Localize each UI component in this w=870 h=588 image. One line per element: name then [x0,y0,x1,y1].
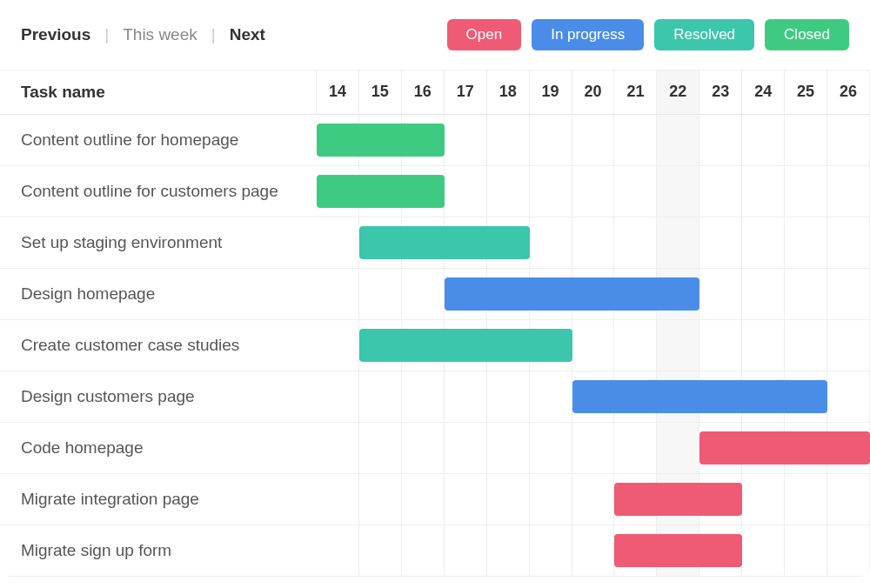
task-name-cell: Design customers page [0,371,317,423]
grid-cell [530,525,572,576]
grid-cell [785,166,827,217]
column-header-day: 22 [657,70,699,115]
task-name-cell: Design homepage [0,269,317,320]
grid-cell [785,217,827,268]
grid-cell [614,217,657,268]
gantt-bar[interactable] [359,226,530,259]
grid-cell [742,217,785,268]
grid-cell [317,217,359,268]
grid-cell [487,371,530,422]
column-header-day: 25 [785,70,827,115]
grid-cell [445,525,487,576]
grid-cell [742,269,785,319]
gantt-bar[interactable] [317,124,445,157]
grid-cell [445,166,487,217]
grid-cell [742,474,785,525]
grid-cell [827,166,870,217]
status-filter-resolved[interactable]: Resolved [654,19,754,50]
task-timeline [317,525,870,577]
grid-cell [657,423,699,473]
task-timeline [317,423,870,474]
grid-cell [317,525,359,576]
column-header-day: 17 [445,70,487,115]
grid-cell [572,474,615,525]
next-button[interactable]: Next [230,25,265,44]
status-filter-closed[interactable]: Closed [765,19,849,50]
grid-cell [487,423,530,473]
grid-cell [785,474,827,525]
nav-separator: | [211,25,216,44]
grid-cell [487,115,530,165]
grid-cell [699,217,742,268]
task-name-cell: Content outline for customers page [0,166,317,217]
gantt-bar[interactable] [614,534,742,567]
task-name-cell: Migrate sign up form [0,525,317,577]
task-timeline [317,166,870,217]
gantt-bar[interactable] [445,277,700,311]
gantt-bar[interactable] [317,175,445,208]
task-timeline [317,269,870,320]
grid-cell [742,166,785,217]
grid-cell [614,423,657,473]
gantt-grid: Task name 14151617181920212223242526 Con… [0,70,870,577]
gantt-bar[interactable] [572,380,828,413]
grid-cell [445,371,487,422]
task-name-cell: Content outline for homepage [0,115,317,166]
task-name-cell: Set up staging environment [0,217,317,269]
grid-cell [827,320,870,371]
column-header-day: 15 [359,70,402,115]
grid-cell [742,115,785,165]
grid-cell [530,474,572,525]
grid-cell [530,423,572,473]
grid-cell [657,320,699,371]
grid-cell [657,217,699,268]
column-header-day: 26 [827,70,870,115]
grid-cell [699,115,742,165]
status-filter-group: OpenIn progressResolvedClosed [447,19,849,50]
date-nav: Previous | This week | Next [21,25,265,44]
grid-cell [572,115,615,165]
grid-cell [785,269,827,319]
grid-cell [572,423,615,473]
task-name-cell: Migrate integration page [0,474,317,525]
grid-cell [827,115,870,165]
grid-cell [402,371,445,422]
grid-cell [487,166,530,217]
grid-cell [699,269,742,319]
grid-cell [657,166,699,217]
grid-cell [445,474,487,525]
column-header-day: 20 [572,70,615,115]
gantt-bar[interactable] [699,431,870,464]
grid-cell [530,166,572,217]
task-timeline [317,217,870,269]
nav-separator: | [104,25,109,44]
grid-cell [402,525,445,576]
column-header-day: 23 [699,70,742,115]
task-name-cell: Code homepage [0,423,317,474]
grid-cell [827,371,870,422]
column-header-day: 19 [530,70,572,115]
this-week-button[interactable]: This week [123,25,197,44]
task-timeline [317,115,870,166]
gantt-bar[interactable] [614,483,742,516]
grid-cell [317,269,359,319]
grid-cell [359,371,402,422]
grid-cell [657,115,699,165]
status-filter-in_progress[interactable]: In progress [532,19,644,50]
grid-cell [445,423,487,473]
grid-cell [530,371,572,422]
grid-cell [317,320,359,371]
grid-cell [614,115,657,165]
grid-cell [742,525,785,576]
task-timeline [317,371,870,423]
grid-cell [785,115,827,165]
grid-cell [402,423,445,473]
status-filter-open[interactable]: Open [447,19,522,50]
prev-button[interactable]: Previous [21,25,90,44]
grid-cell [572,166,615,217]
column-header-day: 16 [402,70,445,115]
gantt-bar[interactable] [359,329,572,362]
grid-cell [317,371,359,422]
grid-cell [699,166,742,217]
grid-cell [359,525,402,576]
